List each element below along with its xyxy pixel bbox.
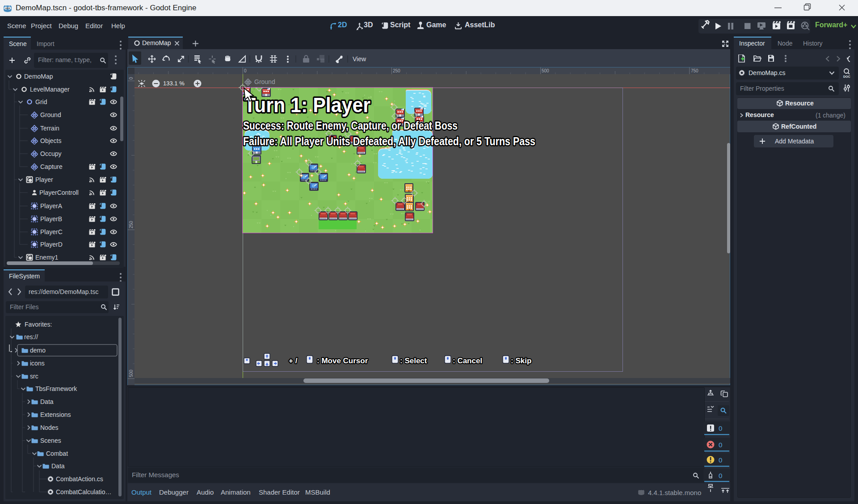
svg-text:0: 0	[719, 456, 722, 464]
svg-text:0: 0	[719, 424, 722, 432]
svg-text:+ /: + /	[289, 357, 298, 365]
svg-text:Failure: All Player Units Defe: Failure: All Player Units Defeated, Ally…	[243, 135, 535, 147]
svg-text:750: 750	[691, 68, 698, 73]
svg-text:500: 500	[542, 68, 549, 73]
svg-text:DOC: DOC	[843, 75, 850, 78]
svg-text:0: 0	[719, 441, 722, 449]
svg-text:Ground: Ground	[254, 78, 275, 85]
svg-text:: Move Cursor: : Move Cursor	[317, 357, 368, 365]
svg-text:250: 250	[393, 68, 400, 73]
svg-text:: Skip: : Skip	[511, 357, 531, 365]
svg-text:Success: Route Enemy, Capture,: Success: Route Enemy, Capture, or Defeat…	[243, 119, 458, 132]
svg-text:0: 0	[129, 77, 134, 80]
svg-text:250: 250	[129, 221, 134, 228]
svg-text:Turn 1: Player: Turn 1: Player	[244, 93, 370, 117]
svg-text:View: View	[353, 55, 366, 63]
svg-text:0: 0	[244, 68, 247, 73]
svg-text:500: 500	[129, 370, 134, 377]
svg-text:0: 0	[719, 472, 722, 479]
svg-text:: Select: : Select	[400, 357, 427, 365]
svg-text:133.1 %: 133.1 %	[163, 80, 185, 87]
svg-text:: Cancel: : Cancel	[453, 357, 482, 365]
